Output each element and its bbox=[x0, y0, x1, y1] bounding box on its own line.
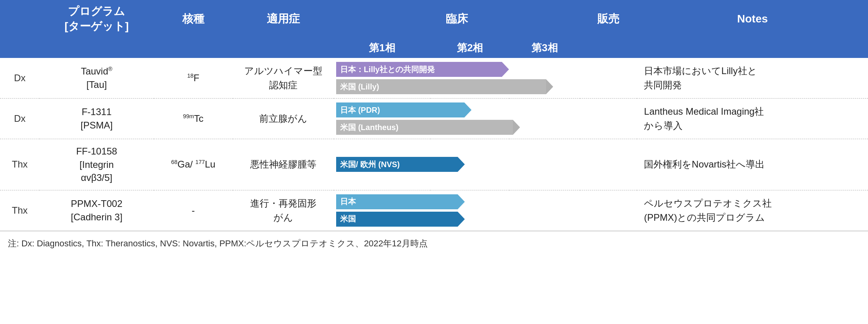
cell-notes: ペルセウスプロテオミクス社 (PPMX)との共同プログラム bbox=[637, 190, 868, 231]
progress-bar: 日本 bbox=[336, 194, 458, 209]
cell-clinical: 日本米国 bbox=[334, 190, 580, 231]
bar-container: 米国 (Lantheus) bbox=[336, 120, 577, 135]
cell-clinical: 米国/ 欧州 (NVS) bbox=[334, 139, 580, 190]
progress-bar: 日本：Lilly社との共同開発 bbox=[336, 62, 502, 77]
header-sales: 販売 bbox=[580, 0, 637, 38]
cell-program: Tauvid® [Tau] bbox=[39, 58, 153, 99]
header-sub-type bbox=[0, 38, 39, 58]
cell-clinical: 日本：Lilly社との共同開発米国 (Lilly) bbox=[334, 58, 580, 99]
header-phase2: 第2相 bbox=[430, 38, 509, 58]
bar-container: 日本：Lilly社との共同開発 bbox=[336, 62, 577, 77]
pipeline-table-wrapper: プログラム [ターゲット] 核種 適用症 臨床 販売 Notes 第1相 第2相… bbox=[0, 0, 868, 256]
cell-sales bbox=[580, 58, 637, 99]
header-row-sub: 第1相 第2相 第3相 bbox=[0, 38, 868, 58]
progress-bar: 米国 (Lantheus) bbox=[336, 120, 513, 135]
header-nuclide: 核種 bbox=[154, 0, 233, 38]
footer-note: 注: Dx: Diagnostics, Thx: Theranostics, N… bbox=[0, 231, 868, 256]
header-sub-indication bbox=[233, 38, 334, 58]
cell-nuclide: 18F bbox=[154, 58, 233, 99]
cell-sales bbox=[580, 190, 637, 231]
cell-indication: 悪性神経膠腫等 bbox=[233, 139, 334, 190]
cell-program: FF-10158 [Integrin αvβ3/5] bbox=[39, 139, 153, 190]
header-program: プログラム [ターゲット] bbox=[39, 0, 153, 38]
bar-container: 米国 bbox=[336, 212, 577, 227]
header-clinical: 臨床 bbox=[334, 0, 580, 38]
cell-indication: 進行・再発固形 がん bbox=[233, 190, 334, 231]
header-sub-program bbox=[39, 38, 153, 58]
cell-type: Thx bbox=[0, 190, 39, 231]
table-row: ThxFF-10158 [Integrin αvβ3/5]68Ga/ 177Lu… bbox=[0, 139, 868, 190]
header-indication: 適用症 bbox=[233, 0, 334, 38]
cell-notes: Lantheus Medical Imaging社 から導入 bbox=[637, 99, 868, 139]
cell-notes: 日本市場においてLilly社と 共同開発 bbox=[637, 58, 868, 99]
progress-bar: 米国 bbox=[336, 212, 458, 227]
cell-clinical: 日本 (PDR)米国 (Lantheus) bbox=[334, 99, 580, 139]
cell-sales bbox=[580, 99, 637, 139]
cell-program: PPMX-T002 [Cadherin 3] bbox=[39, 190, 153, 231]
cell-nuclide: 68Ga/ 177Lu bbox=[154, 139, 233, 190]
table-row: ThxPPMX-T002 [Cadherin 3]-進行・再発固形 がん日本米国… bbox=[0, 190, 868, 231]
bar-container: 日本 bbox=[336, 194, 577, 209]
header-phase3: 第3相 bbox=[509, 38, 580, 58]
progress-bar: 米国 (Lilly) bbox=[336, 79, 546, 94]
header-row-top: プログラム [ターゲット] 核種 適用症 臨床 販売 Notes bbox=[0, 0, 868, 38]
progress-bar: 日本 (PDR) bbox=[336, 102, 464, 117]
table-row: DxF-1311 [PSMA]99mTc前立腺がん日本 (PDR)米国 (Lan… bbox=[0, 99, 868, 139]
bar-container: 米国 (Lilly) bbox=[336, 79, 577, 94]
header-phase1: 第1相 bbox=[334, 38, 430, 58]
cell-program: F-1311 [PSMA] bbox=[39, 99, 153, 139]
cell-nuclide: 99mTc bbox=[154, 99, 233, 139]
cell-notes: 国外権利をNovartis社へ導出 bbox=[637, 139, 868, 190]
header-type bbox=[0, 0, 39, 38]
cell-type: Dx bbox=[0, 99, 39, 139]
table-row: DxTauvid® [Tau]18Fアルツハイマー型 認知症日本：Lilly社と… bbox=[0, 58, 868, 99]
cell-nuclide: - bbox=[154, 190, 233, 231]
progress-bar: 米国/ 欧州 (NVS) bbox=[336, 157, 458, 172]
bar-container: 米国/ 欧州 (NVS) bbox=[336, 157, 577, 172]
cell-type: Dx bbox=[0, 58, 39, 99]
cell-indication: 前立腺がん bbox=[233, 99, 334, 139]
cell-sales bbox=[580, 139, 637, 190]
pipeline-table: プログラム [ターゲット] 核種 適用症 臨床 販売 Notes 第1相 第2相… bbox=[0, 0, 868, 231]
cell-indication: アルツハイマー型 認知症 bbox=[233, 58, 334, 99]
header-sub-sales bbox=[580, 38, 637, 58]
header-sub-nuclide bbox=[154, 38, 233, 58]
cell-type: Thx bbox=[0, 139, 39, 190]
bar-container: 日本 (PDR) bbox=[336, 102, 577, 117]
header-notes: Notes bbox=[637, 0, 868, 38]
header-sub-notes bbox=[637, 38, 868, 58]
